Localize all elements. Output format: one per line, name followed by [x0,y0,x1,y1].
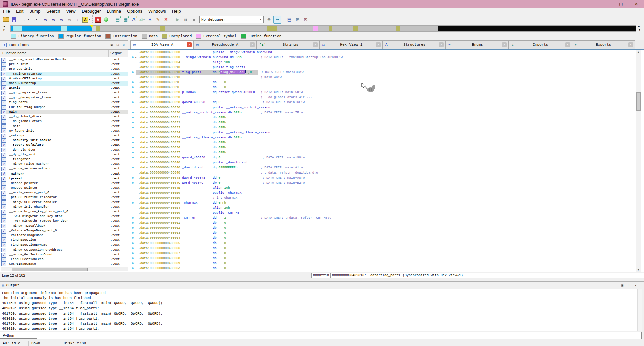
tab-structures[interactable]: AStructures✕ [383,40,446,49]
rename-button[interactable]: A▾ [82,16,90,23]
search-bytes-button[interactable]: ∞ [42,16,49,23]
function-row[interactable]: f_ValidateImageBase.text [0,233,128,238]
segments-window-button[interactable]: ▤ [286,16,293,23]
debugger-windows-button[interactable]: ↪ [273,16,281,24]
function-row[interactable]: ffpreset.text [0,176,128,181]
function-row[interactable]: fflag_part2.text [0,100,128,105]
search-immediate-button[interactable]: ∞ [58,16,65,23]
close-tab-icon[interactable]: ✕ [439,42,444,47]
panel-float-icon[interactable]: □ [115,43,121,47]
function-row[interactable]: f_matherr.text [0,171,128,176]
function-row[interactable]: fFOr_th3_f14g_CORpse.text [0,105,128,110]
function-row[interactable]: f__write_memory_part_0.text [0,190,128,195]
function-row[interactable]: f_FindPESectionExec.text [0,257,128,262]
disasm-line[interactable]: .data:0000000000403038 qword_403038 dq 0… [130,155,638,160]
navband-segment-unexplored[interactable] [396,26,400,31]
navigation-band[interactable] [10,25,636,32]
function-row[interactable]: f__security_init_cookie.text [0,138,128,143]
menu-help[interactable]: Help [169,8,184,15]
panel-close-icon[interactable]: ✕ [121,43,127,47]
function-row[interactable]: f__mingw_setusermatherr.text [0,166,128,171]
jump-to-address-button[interactable]: ↓ [74,16,82,23]
function-row[interactable]: f__tmainCRTStartup.text [0,72,128,76]
cli-input[interactable] [37,332,642,339]
function-row[interactable]: f_decode_pointer.text [0,181,128,186]
plugins-button[interactable]: ∗ [146,16,154,23]
output-scrollbar[interactable] [637,289,642,331]
disasm-line[interactable]: .data:0000000000403063 db 0 [130,230,638,235]
scroll-up-icon[interactable]: ▲ [636,50,641,54]
disasm-line[interactable]: .data:0000000000403020 ; __do_global_dto… [130,95,638,100]
menu-debugger[interactable]: Debugger [78,8,104,15]
lumina-button[interactable] [102,16,110,23]
function-row[interactable]: f__mingw_init_ehandler.text [0,205,128,209]
function-row[interactable]: f__do_global_dtors.text [0,114,128,119]
function-row[interactable]: f__mingw_invalidParameterHandler.text [0,57,128,62]
chevron-down-icon[interactable]: ▾ [36,18,37,21]
navband-segment-unexplored[interactable] [329,26,332,31]
navband-segment-data[interactable] [318,26,329,31]
function-row[interactable]: fatexit.text [0,86,128,90]
menu-options[interactable]: Options [124,8,145,15]
output-log[interactable]: Function argument information has been p… [0,289,642,331]
scrollbar-thumb[interactable] [12,268,88,271]
tab-hex-view-1[interactable]: ◎Hex View-1✕ [320,40,383,49]
close-tab-icon[interactable]: ✕ [628,42,633,47]
disasm-line[interactable]: .data:0000000000403030 __native_vcclrit_… [130,110,638,115]
navband-segment-library[interactable] [13,26,22,31]
disasm-line[interactable]: .data:0000000000403068 db 0 [130,256,638,261]
navband-segment-external[interactable] [313,26,318,31]
function-row[interactable]: f__dyn_tls_init.text [0,152,128,157]
remove-function-button[interactable]: ⊠ [302,16,309,23]
menu-view[interactable]: View [63,8,78,15]
scrollbar-thumb[interactable] [636,92,641,111]
disasm-line[interactable]: .data:0000000000403066 db 0 [130,246,638,251]
function-row[interactable]: f__mingw_SEH_error_handler.text [0,200,128,205]
disasm-line[interactable]: .data:0000000000403054 align 20h [130,205,638,210]
disasm-line[interactable]: .data:0000000000403048 dword_403048 dd 0… [130,175,638,180]
navband-segment-unexplored[interactable] [267,26,277,31]
chevron-down-icon[interactable]: ▾ [89,18,90,21]
function-row[interactable]: f__gcc_register_frame.text [0,90,128,95]
disasm-line[interactable]: .data:0000000000403034 public __native_d… [130,130,638,135]
tab-exports[interactable]: ↥Exports✕ [572,40,635,49]
disasm-line[interactable]: .data:0000000000403050 ; int charmax [130,195,638,200]
disasm-line[interactable]: .data:0000000000403060 public _CRT_MT [130,210,638,215]
start-process-button[interactable]: ▶ [174,16,181,23]
disasm-line[interactable]: .data:0000000000403060 _CRT_MT dd 2 ; DA… [130,215,638,220]
panel-float-icon[interactable]: □ [626,283,632,287]
disasm-line[interactable]: .data:0000000000403010 public flag_part1 [130,65,638,70]
function-row[interactable]: f__tlregdtor.text [0,157,128,162]
disasm-line[interactable]: .data:000000000040301F db 0 [130,85,638,90]
disasm-line[interactable]: .data:0000000000403061 db 0 [130,220,638,225]
disasm-line[interactable]: .data:000000000040301E db 0 [130,80,638,85]
close-tab-icon[interactable]: ✕ [502,42,507,47]
function-row[interactable]: fGetPEImageBase.text [0,262,128,266]
function-row[interactable]: f__mingw_GetSectionForAddress.text [0,248,128,252]
navband-scroll-left[interactable]: ◄► [2,25,7,32]
search-text-button[interactable]: ∞ [50,16,57,23]
disasm-line[interactable]: .data:0000000000403010 ; main+4C↑w [130,75,638,80]
scroll-down-icon[interactable]: ▼ [636,268,641,272]
navband-segment-regular[interactable] [11,26,13,31]
disasm-line[interactable]: .data:0000000000403000 public __mingw_wi… [130,50,638,55]
menu-windows[interactable]: Windows [145,8,169,15]
navband-segment-data[interactable] [358,26,396,31]
navband-segment-regular[interactable] [22,26,61,31]
function-row[interactable]: f_FindPESectionByName.text [0,243,128,247]
navband-segment-unexplored[interactable] [96,26,100,31]
navigate-back-button[interactable]: ←▾ [22,16,30,23]
chevron-down-icon[interactable]: ▾ [258,18,263,21]
disasm-line[interactable]: ›.data:0000000000403000 __mingw_winmain_… [130,55,638,60]
add-function-button[interactable]: ⊞ [294,16,301,23]
disasm-line[interactable]: .data:0000000000403040 public _dowildcar… [130,160,638,165]
make-data-button[interactable]: ▦ [122,16,129,23]
function-row[interactable]: fpre_cpp_init.text [0,67,128,71]
navband-segment-data[interactable] [277,26,313,31]
minimize-icon[interactable]: — [598,0,613,8]
function-row[interactable]: f__dyn_tls_dtor.text [0,148,128,152]
function-row[interactable]: f__mingw_raise_matherr.text [0,162,128,166]
tab-ida-view-a[interactable]: ▤IDA View-A✕ [130,40,194,49]
disasm-line[interactable]: .data:0000000000403037 db 0FFh [130,150,638,155]
disasm-line[interactable]: .data:0000000000403030 public __native_v… [130,105,638,110]
